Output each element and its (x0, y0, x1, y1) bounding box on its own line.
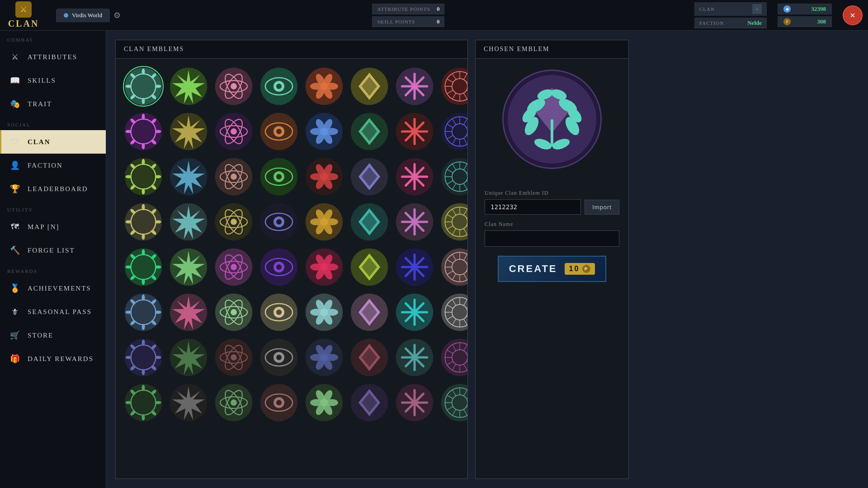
emblem-cell[interactable] (168, 202, 209, 242)
clan-name-input[interactable] (485, 230, 619, 247)
sidebar-item-faction[interactable]: 👤 FACTION (0, 154, 106, 177)
close-button[interactable]: × (843, 5, 863, 25)
attribute-points-row: ATTRIBUTE POINTS 0 (372, 4, 444, 14)
emblem-cell[interactable] (394, 66, 435, 107)
emblem-cell[interactable] (349, 111, 390, 152)
emblem-cell[interactable] (394, 111, 435, 152)
tab-virdis-world[interactable]: Virdis World (56, 9, 110, 22)
emblem-cell[interactable] (168, 156, 209, 197)
emblem-cell[interactable] (259, 247, 299, 287)
trait-icon: 🎭 (9, 98, 21, 110)
emblem-cell[interactable] (259, 337, 299, 378)
emblem-cell[interactable] (123, 111, 164, 152)
sidebar-item-clan[interactable]: 🛡 CLAN (0, 130, 106, 154)
svg-point-66 (231, 128, 237, 135)
emblem-cell[interactable] (123, 292, 164, 333)
skill-points-value: 0 (437, 18, 440, 25)
svg-point-320 (155, 356, 161, 359)
emblem-cell[interactable] (213, 247, 254, 287)
emblem-cell[interactable] (304, 202, 344, 242)
emblem-cell[interactable] (168, 66, 209, 107)
emblem-cell[interactable] (213, 292, 254, 333)
emblem-cell[interactable] (213, 382, 254, 423)
emblem-cell[interactable] (304, 247, 344, 287)
svg-point-73 (276, 129, 282, 134)
emblem-cell[interactable] (213, 66, 254, 107)
clan-minus-button[interactable]: - (752, 4, 762, 14)
sidebar-item-achievements[interactable]: 🏅 ACHIEVEMENTS (0, 277, 106, 300)
emblem-cell[interactable] (213, 156, 254, 197)
emblem-cell[interactable] (394, 247, 435, 287)
emblem-cell[interactable] (213, 337, 254, 378)
emblem-cell[interactable] (439, 66, 467, 107)
emblem-cell[interactable] (304, 292, 344, 333)
import-button[interactable]: Import (585, 200, 619, 215)
create-button[interactable]: CREATE 10 P (498, 256, 606, 282)
sidebar-item-trait[interactable]: 🎭 TRAIT (0, 92, 106, 116)
daily-rewards-icon: 🎁 (9, 352, 21, 365)
emblem-cell[interactable] (439, 292, 467, 333)
emblem-cell[interactable] (349, 337, 390, 378)
emblem-cell[interactable] (123, 66, 164, 107)
sidebar-item-attributes[interactable]: ⚔ ATTRIBUTES (0, 45, 106, 69)
chosen-panel-body: Unique Clan Emblem ID Import Clan Name C… (476, 180, 628, 289)
sidebar-item-store[interactable]: 🛒 STORE (0, 324, 106, 347)
emblem-cell[interactable] (259, 382, 299, 423)
emblem-cell[interactable] (304, 111, 344, 152)
emblem-cell[interactable] (439, 111, 467, 152)
sidebar-item-seasonal-pass[interactable]: 🗡 SEASONAL PASS (0, 300, 106, 324)
emblem-cell[interactable] (168, 337, 209, 378)
attr-points-label: ATTRIBUTE POINTS (377, 6, 434, 12)
emblem-cell[interactable] (304, 66, 344, 107)
emblem-cell[interactable] (394, 337, 435, 378)
emblem-cell[interactable] (349, 66, 390, 107)
emblem-cell[interactable] (349, 382, 390, 423)
sidebar-item-forge-list[interactable]: 🔨 FORGE LIST (0, 239, 106, 262)
svg-rect-434 (551, 119, 553, 146)
emblem-cell[interactable] (439, 382, 467, 423)
emblem-cell[interactable] (123, 156, 164, 197)
emblem-cell[interactable] (123, 202, 164, 242)
emblem-cell[interactable] (168, 382, 209, 423)
emblem-cell[interactable] (213, 202, 254, 242)
emblem-cell[interactable] (304, 156, 344, 197)
tab-dot (64, 13, 68, 18)
emblem-cell[interactable] (349, 156, 390, 197)
emblem-cell[interactable] (259, 66, 299, 107)
skill-points-label: SKILL POINTS (377, 19, 434, 24)
emblem-cell[interactable] (168, 292, 209, 333)
svg-point-322 (142, 369, 145, 375)
emblem-cell[interactable] (439, 156, 467, 197)
emblem-cell[interactable] (349, 247, 390, 287)
emblem-id-input[interactable] (485, 199, 581, 215)
emblem-cell[interactable] (304, 337, 344, 378)
emblem-cell[interactable] (394, 202, 435, 242)
emblem-cell[interactable] (259, 292, 299, 333)
emblem-cell[interactable] (123, 247, 164, 287)
emblem-cell[interactable] (394, 382, 435, 423)
emblem-cell[interactable] (259, 111, 299, 152)
sidebar-item-skills[interactable]: 📖 SKILLS (0, 69, 106, 92)
emblem-cell[interactable] (349, 202, 390, 242)
emblem-cell[interactable] (259, 156, 299, 197)
sidebar-item-daily-rewards[interactable]: 🎁 DAILY REWARDS (0, 347, 106, 371)
create-label: CREATE (509, 263, 557, 275)
emblem-cell[interactable] (304, 382, 344, 423)
sidebar-item-map[interactable]: 🗺 MAP [N] (0, 215, 106, 239)
emblem-cell[interactable] (394, 292, 435, 333)
emblem-cell[interactable] (123, 382, 164, 423)
emblem-cell[interactable] (439, 337, 467, 378)
settings-icon[interactable]: ⚙ (112, 9, 123, 22)
emblem-cell[interactable] (168, 111, 209, 152)
emblem-cell[interactable] (394, 156, 435, 197)
emblem-cell[interactable] (123, 337, 164, 378)
svg-point-271 (125, 311, 132, 314)
emblem-cell[interactable] (213, 111, 254, 152)
emblem-cell[interactable] (439, 202, 467, 242)
sidebar-item-leaderboard[interactable]: 🏆 LEADERBOARD (0, 177, 106, 201)
emblem-cell[interactable] (439, 247, 467, 287)
emblem-cell[interactable] (259, 202, 299, 242)
emblem-cell[interactable] (168, 247, 209, 287)
emblem-cell[interactable] (349, 292, 390, 333)
leaderboard-label: LEADERBOARD (28, 185, 88, 193)
